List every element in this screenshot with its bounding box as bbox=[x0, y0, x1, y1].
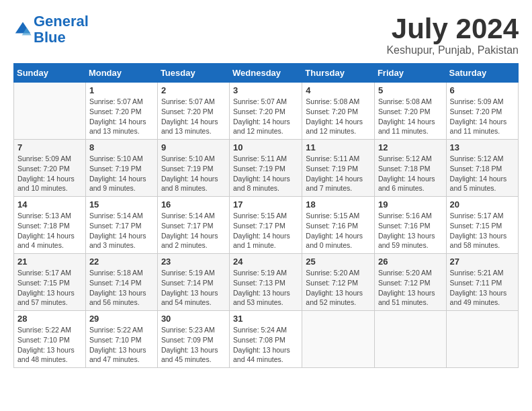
weekday-header-friday: Friday bbox=[374, 64, 446, 83]
calendar-cell: 26Sunrise: 5:20 AMSunset: 7:12 PMDayligh… bbox=[374, 254, 446, 311]
day-number: 10 bbox=[233, 142, 298, 152]
weekday-header-tuesday: Tuesday bbox=[157, 64, 229, 83]
day-info: Sunrise: 5:24 AMSunset: 7:08 PMDaylight:… bbox=[233, 325, 298, 365]
day-number: 19 bbox=[378, 199, 443, 210]
day-number: 25 bbox=[306, 257, 371, 267]
calendar-cell: 17Sunrise: 5:15 AMSunset: 7:17 PMDayligh… bbox=[230, 197, 302, 254]
day-info: Sunrise: 5:13 AMSunset: 7:18 PMDaylight:… bbox=[17, 211, 82, 250]
day-info: Sunrise: 5:07 AMSunset: 7:20 PMDaylight:… bbox=[161, 97, 226, 136]
day-number: 22 bbox=[89, 257, 154, 267]
calendar-cell bbox=[374, 311, 446, 368]
week-row-5: 28Sunrise: 5:22 AMSunset: 7:10 PMDayligh… bbox=[14, 311, 519, 368]
day-number: 20 bbox=[450, 199, 515, 210]
calendar-cell: 29Sunrise: 5:22 AMSunset: 7:10 PMDayligh… bbox=[85, 311, 157, 368]
weekday-header-monday: Monday bbox=[85, 64, 157, 83]
day-info: Sunrise: 5:11 AMSunset: 7:19 PMDaylight:… bbox=[233, 154, 298, 193]
day-info: Sunrise: 5:09 AMSunset: 7:20 PMDaylight:… bbox=[450, 97, 515, 136]
day-number: 3 bbox=[233, 85, 298, 95]
calendar-cell: 2Sunrise: 5:07 AMSunset: 7:20 PMDaylight… bbox=[157, 83, 229, 140]
day-info: Sunrise: 5:23 AMSunset: 7:09 PMDaylight:… bbox=[161, 325, 226, 365]
calendar-cell: 1Sunrise: 5:07 AMSunset: 7:20 PMDaylight… bbox=[85, 83, 157, 140]
day-number: 9 bbox=[161, 142, 226, 152]
weekday-header-sunday: Sunday bbox=[14, 64, 86, 83]
calendar-cell: 8Sunrise: 5:10 AMSunset: 7:19 PMDaylight… bbox=[85, 140, 157, 197]
day-number: 5 bbox=[378, 85, 443, 95]
day-number: 30 bbox=[161, 314, 226, 324]
day-info: Sunrise: 5:16 AMSunset: 7:16 PMDaylight:… bbox=[378, 211, 443, 250]
calendar-cell bbox=[446, 311, 518, 368]
day-number: 4 bbox=[306, 85, 371, 95]
day-number: 24 bbox=[233, 257, 298, 267]
calendar-cell bbox=[302, 311, 375, 368]
calendar-cell: 31Sunrise: 5:24 AMSunset: 7:08 PMDayligh… bbox=[230, 311, 302, 368]
calendar-cell: 18Sunrise: 5:15 AMSunset: 7:16 PMDayligh… bbox=[302, 197, 375, 254]
day-info: Sunrise: 5:20 AMSunset: 7:12 PMDaylight:… bbox=[306, 268, 371, 308]
location-subtitle: Keshupur, Punjab, Pakistan bbox=[386, 44, 519, 56]
day-info: Sunrise: 5:22 AMSunset: 7:10 PMDaylight:… bbox=[89, 325, 154, 365]
calendar-cell: 13Sunrise: 5:12 AMSunset: 7:18 PMDayligh… bbox=[446, 140, 518, 197]
title-area: July 2024 Keshupur, Punjab, Pakistan bbox=[386, 13, 519, 56]
day-info: Sunrise: 5:10 AMSunset: 7:19 PMDaylight:… bbox=[161, 154, 226, 193]
calendar-table: SundayMondayTuesdayWednesdayThursdayFrid… bbox=[13, 63, 519, 368]
week-row-3: 14Sunrise: 5:13 AMSunset: 7:18 PMDayligh… bbox=[14, 197, 519, 254]
day-info: Sunrise: 5:20 AMSunset: 7:12 PMDaylight:… bbox=[378, 268, 443, 308]
day-info: Sunrise: 5:17 AMSunset: 7:15 PMDaylight:… bbox=[17, 268, 82, 308]
header-row: SundayMondayTuesdayWednesdayThursdayFrid… bbox=[14, 64, 519, 83]
day-info: Sunrise: 5:12 AMSunset: 7:18 PMDaylight:… bbox=[378, 154, 443, 193]
day-number: 12 bbox=[378, 142, 443, 152]
calendar-cell: 6Sunrise: 5:09 AMSunset: 7:20 PMDaylight… bbox=[446, 83, 518, 140]
day-number: 17 bbox=[233, 199, 298, 210]
day-number: 31 bbox=[233, 314, 298, 324]
day-info: Sunrise: 5:12 AMSunset: 7:18 PMDaylight:… bbox=[450, 154, 515, 193]
calendar-cell: 28Sunrise: 5:22 AMSunset: 7:10 PMDayligh… bbox=[14, 311, 86, 368]
calendar-cell: 16Sunrise: 5:14 AMSunset: 7:17 PMDayligh… bbox=[157, 197, 229, 254]
month-title: July 2024 bbox=[386, 13, 519, 44]
weekday-header-thursday: Thursday bbox=[302, 64, 375, 83]
day-number: 26 bbox=[378, 257, 443, 267]
day-info: Sunrise: 5:08 AMSunset: 7:20 PMDaylight:… bbox=[378, 97, 443, 136]
calendar-cell: 27Sunrise: 5:21 AMSunset: 7:11 PMDayligh… bbox=[446, 254, 518, 311]
logo: GeneralBlue bbox=[13, 13, 89, 46]
day-number: 13 bbox=[450, 142, 515, 152]
weekday-header-saturday: Saturday bbox=[446, 64, 518, 83]
calendar-cell: 21Sunrise: 5:17 AMSunset: 7:15 PMDayligh… bbox=[14, 254, 86, 311]
weekday-header-wednesday: Wednesday bbox=[230, 64, 302, 83]
calendar-cell: 20Sunrise: 5:17 AMSunset: 7:15 PMDayligh… bbox=[446, 197, 518, 254]
calendar-cell: 30Sunrise: 5:23 AMSunset: 7:09 PMDayligh… bbox=[157, 311, 229, 368]
calendar-cell: 19Sunrise: 5:16 AMSunset: 7:16 PMDayligh… bbox=[374, 197, 446, 254]
calendar-cell: 24Sunrise: 5:19 AMSunset: 7:13 PMDayligh… bbox=[230, 254, 302, 311]
day-info: Sunrise: 5:11 AMSunset: 7:19 PMDaylight:… bbox=[306, 154, 371, 193]
day-info: Sunrise: 5:15 AMSunset: 7:16 PMDaylight:… bbox=[306, 211, 371, 250]
day-number: 11 bbox=[306, 142, 371, 152]
calendar-cell: 25Sunrise: 5:20 AMSunset: 7:12 PMDayligh… bbox=[302, 254, 375, 311]
day-number: 18 bbox=[306, 199, 371, 210]
day-number: 6 bbox=[450, 85, 515, 95]
day-number: 8 bbox=[89, 142, 154, 152]
day-info: Sunrise: 5:19 AMSunset: 7:13 PMDaylight:… bbox=[233, 268, 298, 308]
day-number: 23 bbox=[161, 257, 226, 267]
calendar-cell: 15Sunrise: 5:14 AMSunset: 7:17 PMDayligh… bbox=[85, 197, 157, 254]
calendar-cell: 14Sunrise: 5:13 AMSunset: 7:18 PMDayligh… bbox=[14, 197, 86, 254]
day-number: 15 bbox=[89, 199, 154, 210]
day-info: Sunrise: 5:08 AMSunset: 7:20 PMDaylight:… bbox=[306, 97, 371, 136]
day-number: 7 bbox=[17, 142, 82, 152]
day-info: Sunrise: 5:22 AMSunset: 7:10 PMDaylight:… bbox=[17, 325, 82, 365]
calendar-cell: 10Sunrise: 5:11 AMSunset: 7:19 PMDayligh… bbox=[230, 140, 302, 197]
day-number: 2 bbox=[161, 85, 226, 95]
calendar-cell: 7Sunrise: 5:09 AMSunset: 7:20 PMDaylight… bbox=[14, 140, 86, 197]
day-number: 1 bbox=[89, 85, 154, 95]
calendar-cell: 4Sunrise: 5:08 AMSunset: 7:20 PMDaylight… bbox=[302, 83, 375, 140]
logo-icon bbox=[13, 20, 32, 39]
calendar-cell: 9Sunrise: 5:10 AMSunset: 7:19 PMDaylight… bbox=[157, 140, 229, 197]
calendar-cell: 22Sunrise: 5:18 AMSunset: 7:14 PMDayligh… bbox=[85, 254, 157, 311]
calendar-cell: 12Sunrise: 5:12 AMSunset: 7:18 PMDayligh… bbox=[374, 140, 446, 197]
day-info: Sunrise: 5:07 AMSunset: 7:20 PMDaylight:… bbox=[233, 97, 298, 136]
calendar-cell: 3Sunrise: 5:07 AMSunset: 7:20 PMDaylight… bbox=[230, 83, 302, 140]
week-row-1: 1Sunrise: 5:07 AMSunset: 7:20 PMDaylight… bbox=[14, 83, 519, 140]
day-info: Sunrise: 5:19 AMSunset: 7:14 PMDaylight:… bbox=[161, 268, 226, 308]
day-number: 14 bbox=[17, 199, 82, 210]
day-info: Sunrise: 5:14 AMSunset: 7:17 PMDaylight:… bbox=[161, 211, 226, 250]
day-number: 27 bbox=[450, 257, 515, 267]
page-header: GeneralBlue July 2024 Keshupur, Punjab, … bbox=[13, 13, 519, 56]
day-info: Sunrise: 5:21 AMSunset: 7:11 PMDaylight:… bbox=[450, 268, 515, 308]
